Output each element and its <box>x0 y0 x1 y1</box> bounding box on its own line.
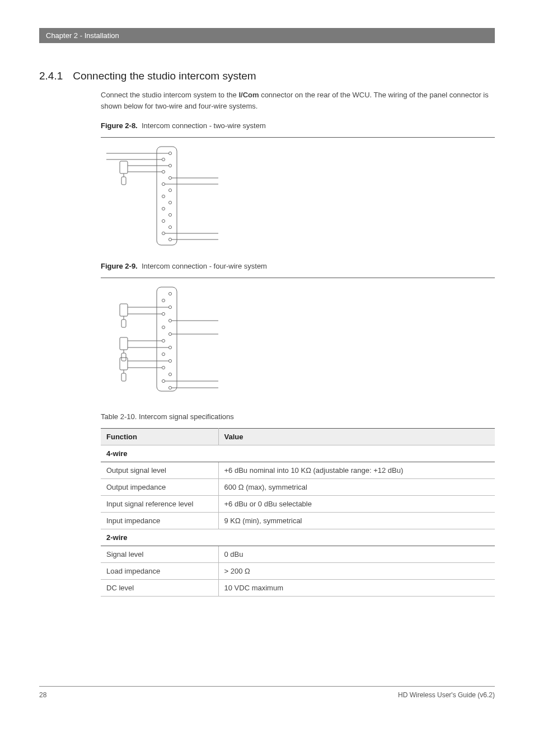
table-row: Output impedance600 Ω (max), symmetrical <box>101 479 495 496</box>
svg-rect-20 <box>120 161 128 173</box>
svg-point-39 <box>168 373 171 375</box>
svg-point-10 <box>162 207 165 210</box>
svg-point-36 <box>162 353 165 355</box>
svg-point-15 <box>168 238 171 241</box>
svg-point-9 <box>168 201 171 204</box>
svg-point-5 <box>168 176 171 179</box>
svg-point-29 <box>168 306 171 308</box>
cat-4wire: 4-wire <box>101 445 495 462</box>
svg-point-7 <box>168 189 171 191</box>
svg-point-12 <box>162 219 165 222</box>
svg-point-14 <box>162 232 165 234</box>
page-footer: 28 HD Wireless User's Guide (v6.2) <box>39 686 495 699</box>
figure-2-8-caption: Figure 2-8. Intercom connection - two-wi… <box>101 121 495 130</box>
page-number: 28 <box>39 691 46 699</box>
svg-point-40 <box>162 379 165 382</box>
intro-paragraph: Connect the studio intercom system to th… <box>101 90 495 111</box>
svg-point-41 <box>168 386 171 389</box>
svg-point-8 <box>162 195 165 198</box>
svg-point-4 <box>162 170 165 173</box>
table-row: Load impedance> 200 Ω <box>101 563 495 580</box>
svg-point-35 <box>168 346 171 349</box>
section-title: Connecting the studio intercom system <box>73 70 256 82</box>
svg-point-6 <box>162 182 165 185</box>
svg-rect-52 <box>120 358 128 370</box>
svg-point-31 <box>168 319 171 322</box>
svg-point-3 <box>168 164 171 167</box>
svg-point-33 <box>168 332 171 335</box>
svg-rect-0 <box>157 147 177 245</box>
svg-point-34 <box>162 339 165 342</box>
figure-rule <box>101 278 495 278</box>
figure-2-8-diagram <box>106 143 495 252</box>
th-value: Value <box>218 429 495 445</box>
svg-point-38 <box>162 366 165 369</box>
table-row: Output signal level+6 dBu nominal into 1… <box>101 462 495 479</box>
doc-title: HD Wireless User's Guide (v6.2) <box>398 691 495 699</box>
figure-rule <box>101 137 495 138</box>
svg-point-32 <box>162 326 165 328</box>
svg-rect-21 <box>121 177 126 185</box>
svg-rect-45 <box>121 320 126 327</box>
svg-rect-44 <box>120 304 128 316</box>
cat-2wire: 2-wire <box>101 529 495 546</box>
table-row: Signal level0 dBu <box>101 546 495 563</box>
spec-table: Function Value 4-wire Output signal leve… <box>101 428 495 597</box>
svg-point-37 <box>168 359 171 362</box>
table-row: DC level10 VDC maximum <box>101 580 495 597</box>
table-2-10-caption: Table 2-10. Intercom signal specificatio… <box>101 412 495 421</box>
svg-point-28 <box>162 299 165 302</box>
svg-point-11 <box>168 213 171 216</box>
chapter-bar: Chapter 2 - Installation <box>39 28 495 43</box>
svg-rect-53 <box>121 373 126 381</box>
svg-point-2 <box>162 158 165 161</box>
svg-rect-48 <box>120 337 128 350</box>
figure-2-9-diagram <box>106 284 495 398</box>
svg-point-13 <box>168 226 171 228</box>
figure-2-9-caption: Figure 2-9. Intercom connection - four-w… <box>101 262 495 270</box>
svg-point-27 <box>168 292 171 295</box>
svg-rect-49 <box>121 353 126 361</box>
svg-rect-26 <box>157 287 177 391</box>
table-row: Input impedance9 KΩ (min), symmetrical <box>101 513 495 529</box>
th-function: Function <box>101 429 218 445</box>
svg-point-1 <box>168 152 171 154</box>
table-row: Input signal reference level+6 dBu or 0 … <box>101 496 495 513</box>
svg-point-30 <box>162 312 165 315</box>
section-heading: 2.4.1 Connecting the studio intercom sys… <box>39 70 495 82</box>
section-number: 2.4.1 <box>39 70 63 82</box>
